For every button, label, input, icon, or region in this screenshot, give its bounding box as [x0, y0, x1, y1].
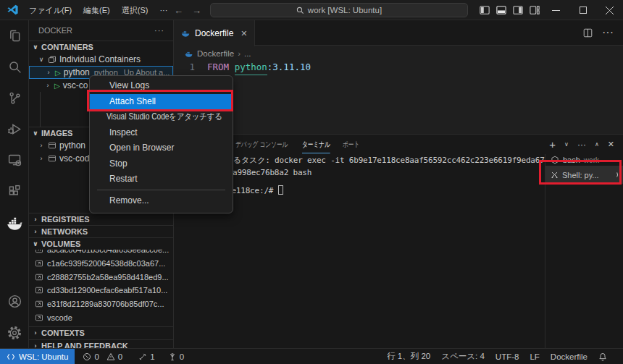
radio-tower-icon [168, 352, 177, 361]
menu-selection[interactable]: 選択(S) [116, 2, 154, 18]
menu-attach-vscode[interactable]: Visual Studio Codeをアタッチする [90, 109, 211, 125]
remote-icon [7, 352, 15, 361]
volume-icon [35, 273, 43, 282]
split-editor-icon[interactable] [583, 28, 593, 38]
toggle-sidebar-icon[interactable] [480, 5, 490, 15]
container-group-icon [48, 55, 57, 64]
section-volumes[interactable]: ∨VOLUMES [29, 237, 173, 250]
remote-explorer-icon[interactable] [0, 145, 29, 176]
activity-bar [0, 20, 29, 348]
settings-gear-icon[interactable] [0, 317, 29, 348]
panel-more-icon[interactable]: ··· [577, 140, 586, 150]
container-running-icon: ▷ [54, 82, 60, 90]
error-icon [83, 352, 91, 361]
terminal-prompt: 7e118ce:/# [227, 185, 283, 195]
section-registries[interactable]: ›REGISTRIES [29, 213, 173, 225]
search-text: work [WSL: Ubuntu] [308, 6, 382, 14]
source-control-icon[interactable] [0, 82, 29, 114]
volume-row[interactable]: c1a6c939f520064538d8c03a67... [29, 257, 173, 271]
extensions-icon[interactable] [0, 176, 29, 207]
problems-indicator[interactable]: 0 0 [79, 352, 126, 361]
panel-tab-ports[interactable]: ポート [343, 135, 359, 153]
menu-inspect[interactable]: Inspect [90, 125, 233, 141]
volume-row[interactable]: e31f8d21289a830706b85df07c... [29, 297, 173, 311]
tab-dockerfile[interactable]: Dockerfile ✕ [174, 20, 255, 46]
nav-back-icon[interactable]: ← [174, 5, 183, 16]
tools-indicator[interactable]: 1 [135, 352, 158, 361]
accounts-icon[interactable] [0, 286, 29, 317]
remote-indicator[interactable]: WSL: Ubuntu [0, 349, 75, 364]
menu-file[interactable]: ファイル(F) [23, 2, 78, 18]
volume-icon [35, 300, 43, 308]
code-line-1: 1 FROM python :3.11.10 [174, 62, 311, 75]
warning-icon [106, 352, 115, 361]
volume-row[interactable]: vscode [29, 310, 173, 324]
editor-tab-bar: Dockerfile ✕ ··· [174, 20, 623, 46]
volume-row[interactable]: c28882755b2a58ea958d418ed9... [29, 271, 173, 284]
bell-icon[interactable] [598, 352, 607, 361]
status-bar: WSL: Ubuntu 0 0 1 0 行 1、列 20 スペース: 4 UTF… [0, 348, 623, 364]
search-icon [296, 7, 304, 14]
menu-remove[interactable]: Remove... [90, 193, 233, 209]
panel-tab-terminal[interactable]: ターミナル [302, 135, 330, 153]
tools-icon [138, 352, 147, 361]
volume-icon [35, 313, 43, 322]
volume-row[interactable]: a5cac00401b5c04af055eeacc0e... [29, 250, 173, 257]
panel-close-icon[interactable]: ✕ [608, 140, 614, 149]
language-mode[interactable]: Dockerfile [551, 352, 588, 361]
new-terminal-icon[interactable]: + [549, 138, 556, 151]
run-debug-icon[interactable] [0, 114, 29, 145]
panel-tab-debug-console[interactable]: デバッグ コンソール [235, 135, 288, 153]
close-button[interactable] [596, 0, 623, 20]
search-view-icon[interactable] [0, 51, 29, 82]
annotation-shell-terminal [539, 160, 622, 185]
explorer-icon[interactable] [0, 20, 29, 51]
section-containers[interactable]: ∨CONTAINERS [29, 41, 173, 53]
volume-icon [35, 286, 43, 295]
container-running-icon: ▷ [55, 69, 61, 77]
title-bar: ファイル(F) 編集(E) 選択(S) ··· ← → work [WSL: U… [0, 0, 623, 20]
menu-edit[interactable]: 編集(E) [78, 2, 116, 18]
menu-stop[interactable]: Stop [90, 156, 233, 172]
section-help[interactable]: ›HELP AND FEEDBACK [29, 339, 173, 348]
editor-area: Dockerfile ✕ ··· Dockerfile › ... 1 FROM… [174, 20, 623, 134]
ports-indicator[interactable]: 0 [164, 352, 188, 361]
volume-icon [35, 250, 43, 254]
tab-close-icon[interactable]: ✕ [241, 29, 247, 38]
docker-view-icon[interactable] [0, 207, 29, 240]
toggle-secondary-sidebar-icon[interactable] [513, 5, 523, 15]
terminal-dropdown-icon[interactable]: ∨ [564, 141, 569, 148]
section-contexts[interactable]: ›CONTEXTS [29, 326, 173, 339]
indentation[interactable]: スペース: 4 [441, 351, 485, 362]
sidebar-more-icon[interactable]: ··· [154, 26, 164, 35]
section-networks[interactable]: ›NETWORKS [29, 225, 173, 237]
nav-forward-icon[interactable]: → [192, 5, 201, 16]
menu-restart[interactable]: Restart [90, 172, 233, 187]
minimize-button[interactable] [543, 0, 569, 20]
panel-maximize-icon[interactable]: ∧ [595, 141, 599, 148]
customize-layout-icon[interactable] [530, 5, 540, 15]
eol[interactable]: LF [530, 352, 539, 361]
editor-more-icon[interactable]: ··· [602, 26, 614, 39]
maximize-button[interactable] [569, 0, 596, 20]
vscode-logo [7, 4, 19, 16]
encoding[interactable]: UTF-8 [496, 352, 519, 361]
dockerfile-icon [180, 28, 191, 38]
toggle-panel-icon[interactable] [496, 5, 506, 15]
dockerfile-icon [184, 49, 193, 59]
menu-more[interactable]: ··· [154, 2, 173, 18]
volume-row[interactable]: cd33bd12900ecfac6eabf517a10... [29, 284, 173, 297]
tree-individual-containers[interactable]: ∨ Individual Containers [29, 53, 173, 66]
cursor-position[interactable]: 行 1、列 20 [387, 351, 430, 362]
breadcrumb[interactable]: Dockerfile › ... [174, 46, 251, 62]
command-center-search[interactable]: work [WSL: Ubuntu] [210, 3, 468, 17]
image-icon [48, 154, 57, 163]
image-icon [48, 141, 57, 150]
volume-icon [35, 259, 43, 268]
sidebar-title: DOCKER [38, 26, 72, 35]
menu-open-in-browser[interactable]: Open in Browser [90, 140, 233, 156]
annotation-attach-shell [87, 90, 233, 111]
